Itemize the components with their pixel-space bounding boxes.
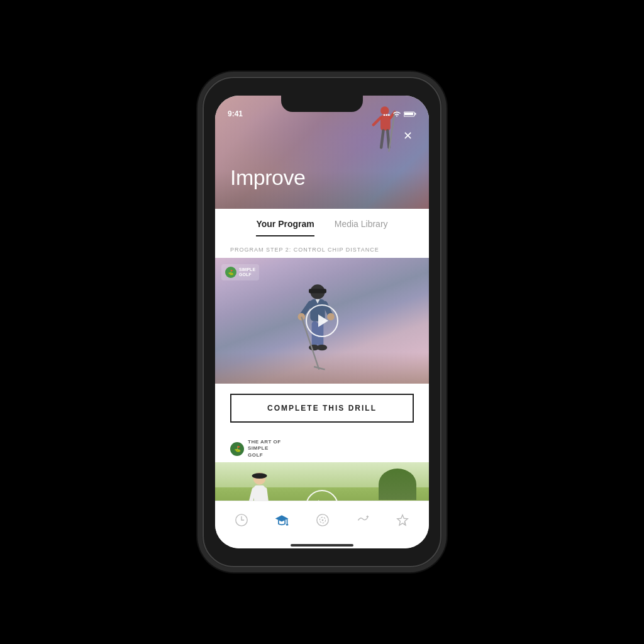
battery-icon xyxy=(404,111,416,118)
tab-your-program[interactable]: Your Program xyxy=(256,219,314,236)
nav-item-dashboard[interactable] xyxy=(230,511,253,530)
nav-item-practice[interactable] xyxy=(311,511,335,530)
video-1[interactable]: ⛳ SIMPLE GOLF xyxy=(215,258,429,384)
play-icon-2 xyxy=(318,500,328,501)
phone-screen: 9:41 ▪▪▪ xyxy=(215,96,429,548)
svg-line-27 xyxy=(250,490,254,501)
sg-logo-line2: GOLF xyxy=(239,272,255,277)
home-indicator xyxy=(215,545,429,548)
nav-item-learn[interactable] xyxy=(269,511,294,530)
home-bar xyxy=(291,544,353,547)
video-play-button-1[interactable] xyxy=(306,304,338,337)
svg-line-4 xyxy=(381,131,383,148)
status-icons: ▪▪▪ xyxy=(383,111,416,118)
wifi-icon xyxy=(392,111,401,118)
svg-rect-9 xyxy=(404,113,413,115)
nav-item-achievements[interactable] xyxy=(391,511,414,530)
svg-line-28 xyxy=(265,490,266,501)
phone-frame: 9:41 ▪▪▪ xyxy=(203,77,441,567)
program-step-label: PROGRAM STEP 2: CONTROL CHIP DISTANCE xyxy=(215,236,429,258)
notch xyxy=(281,96,363,112)
scroll-content: Your Program Media Library PROGRAM STEP … xyxy=(215,209,429,501)
signal-icon: ▪▪▪ xyxy=(383,111,390,118)
svg-point-25 xyxy=(252,473,267,479)
drill-button-container: COMPLETE THIS DRILL xyxy=(215,384,429,433)
nav-item-stats[interactable] xyxy=(351,511,375,530)
play-icon-1 xyxy=(318,314,328,327)
complete-drill-button[interactable]: COMPLETE THIS DRILL xyxy=(230,394,414,423)
svg-line-5 xyxy=(387,131,389,148)
tab-navigation: Your Program Media Library xyxy=(215,209,429,236)
asg-icon: ⛳ xyxy=(230,442,244,456)
hero-image: 9:41 ▪▪▪ xyxy=(215,96,429,209)
svg-rect-11 xyxy=(309,289,326,293)
close-button[interactable]: ✕ xyxy=(399,127,416,145)
svg-rect-37 xyxy=(286,524,288,526)
svg-rect-26 xyxy=(254,486,265,501)
video-2[interactable] xyxy=(215,462,429,501)
status-time: 9:41 xyxy=(228,109,243,118)
bottom-navigation xyxy=(215,501,429,545)
tab-media-library[interactable]: Media Library xyxy=(335,219,388,236)
simple-golf-logo-1: ⛳ SIMPLE GOLF xyxy=(221,264,259,280)
hero-title: Improve xyxy=(230,165,305,190)
svg-point-40 xyxy=(322,519,324,521)
sg-logo-line1: SIMPLE xyxy=(239,267,255,272)
svg-rect-8 xyxy=(415,113,416,115)
asg-text: THE ART OF SIMPLE GOLF xyxy=(248,439,281,458)
art-of-simple-golf-logo: ⛳ THE ART OF SIMPLE GOLF xyxy=(215,433,429,462)
svg-point-21 xyxy=(317,345,327,350)
svg-rect-36 xyxy=(287,518,288,524)
